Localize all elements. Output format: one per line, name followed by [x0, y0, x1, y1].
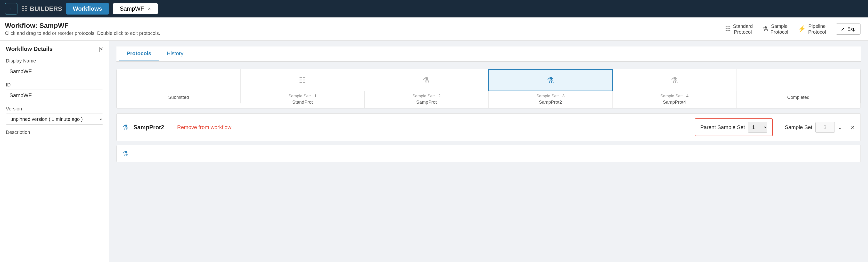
- page-title: Workflow: SampWF: [5, 22, 160, 30]
- top-nav: ← ☷ BUILDERS Workflows SampWF ×: [0, 0, 868, 17]
- back-button[interactable]: ←: [5, 3, 18, 14]
- sidebar-title: Workflow Details: [6, 45, 53, 52]
- page-header: Workflow: SampWF Click and drag to add o…: [0, 17, 868, 41]
- description-label: Description: [6, 129, 103, 135]
- sample-set-dropdown-icon[interactable]: ⌄: [838, 124, 842, 130]
- standard-protocol-icon: ☷: [725, 25, 731, 33]
- workflow-diagram: ☷ ⚗ ⚗ ⚗: [117, 69, 861, 109]
- page-header-right: ☷ StandardProtocol ⚗ SampleProtocol ⚡ Pi…: [725, 23, 861, 35]
- protocol-detail-icon: ⚗: [123, 123, 129, 131]
- export-label: Exp: [847, 26, 856, 32]
- sample-set-value: 3: [815, 122, 835, 133]
- stage-sampprot4-label: Sample Set: 4 SampProt4: [613, 91, 737, 108]
- builders-text: BUILDERS: [30, 5, 62, 12]
- protocol-detail-close-button[interactable]: ×: [851, 123, 855, 131]
- protocol-row-inner: ⚗ SampProt2 Remove from workflow Parent …: [117, 114, 861, 141]
- stage-submitted-icon: [117, 69, 241, 91]
- version-label: Version: [6, 106, 103, 112]
- tab-label: SampWF: [120, 5, 144, 12]
- standprot-icon: ☷: [299, 76, 306, 85]
- parent-sample-set-select[interactable]: 1: [748, 122, 767, 133]
- pipeline-protocol-action[interactable]: ⚡ PipelineProtocol: [798, 23, 826, 35]
- display-name-label: Display Name: [6, 58, 103, 64]
- back-icon: ←: [8, 6, 14, 12]
- protocol-detail-name: SampProt2: [133, 124, 172, 131]
- main-layout: Workflow Details |< Display Name ID Vers…: [0, 41, 868, 262]
- id-label: ID: [6, 82, 103, 88]
- remove-from-workflow-button[interactable]: Remove from workflow: [177, 124, 690, 130]
- stage-sampprot4-icon[interactable]: ⚗: [613, 69, 737, 91]
- tabs-bar: Protocols History: [117, 46, 861, 62]
- right-panel: Protocols History ☷ ⚗: [109, 41, 868, 262]
- id-input[interactable]: [6, 89, 103, 101]
- builders-label: ☷ BUILDERS: [21, 5, 62, 13]
- stage-sampprot-icon[interactable]: ⚗: [364, 69, 488, 91]
- sample-set-section: Sample Set 3 ⌄: [785, 122, 842, 133]
- diagram-icons-row: ☷ ⚗ ⚗ ⚗: [117, 69, 861, 91]
- sampprot2-icon: ⚗: [547, 76, 554, 85]
- sample-set-label: Sample Set: [785, 124, 812, 130]
- tab-close-icon[interactable]: ×: [148, 6, 151, 12]
- version-select[interactable]: unpinned version ( 1 minute ago ): [6, 114, 103, 125]
- protocol-detail-row: ⚗ SampProt2 Remove from workflow Parent …: [117, 113, 861, 141]
- export-icon: ➚: [841, 26, 845, 32]
- stage-completed-icon: [737, 69, 861, 91]
- pipeline-protocol-icon: ⚡: [798, 25, 806, 33]
- sidebar-header: Workflow Details |<: [6, 45, 103, 52]
- pipeline-protocol-label: PipelineProtocol: [808, 23, 826, 35]
- protocol-row-2: ⚗: [117, 145, 861, 162]
- export-button[interactable]: ➚ Exp: [836, 24, 861, 35]
- sidebar: Workflow Details |< Display Name ID Vers…: [0, 41, 109, 262]
- sampprot-icon: ⚗: [423, 76, 430, 85]
- sampwf-tab[interactable]: SampWF ×: [113, 3, 158, 14]
- stage-standprot-label: Sample Set: 1 StandProt: [241, 91, 365, 108]
- stage-sampprot-label: Sample Set: 2 SampProt: [365, 91, 489, 108]
- protocol-row2-icon: ⚗: [123, 150, 129, 158]
- parent-sample-set-label: Parent Sample Set: [700, 124, 745, 130]
- content-area: Workflow: SampWF Click and drag to add o…: [0, 17, 868, 262]
- standard-protocol-label: StandardProtocol: [733, 23, 753, 35]
- page-subtitle: Click and drag to add or reorder protoco…: [5, 31, 160, 36]
- parent-sample-set-box: Parent Sample Set 1: [695, 118, 773, 136]
- stage-sampprot2-label: Sample Set: 3 SampProt2: [489, 91, 613, 108]
- builders-icon: ☷: [21, 5, 27, 13]
- sampprot4-icon: ⚗: [671, 76, 678, 85]
- page-header-left: Workflow: SampWF Click and drag to add o…: [5, 22, 160, 36]
- diagram-labels-row: Submitted Sample Set: 1 StandProt Sample…: [117, 91, 861, 108]
- stage-submitted-label: Submitted: [117, 91, 241, 103]
- stage-sampprot2-icon[interactable]: ⚗: [488, 69, 613, 91]
- sample-protocol-label: SampleProtocol: [771, 23, 788, 35]
- display-name-input[interactable]: [6, 66, 103, 77]
- standard-protocol-action[interactable]: ☷ StandardProtocol: [725, 23, 753, 35]
- stage-standprot-icon[interactable]: ☷: [241, 69, 365, 91]
- workflows-button[interactable]: Workflows: [66, 3, 109, 14]
- tab-history[interactable]: History: [159, 46, 191, 61]
- sample-protocol-icon: ⚗: [763, 25, 768, 33]
- tab-protocols[interactable]: Protocols: [119, 46, 159, 61]
- sidebar-collapse-button[interactable]: |<: [98, 46, 103, 52]
- sample-protocol-action[interactable]: ⚗ SampleProtocol: [763, 23, 788, 35]
- stage-completed-label: Completed: [737, 91, 861, 103]
